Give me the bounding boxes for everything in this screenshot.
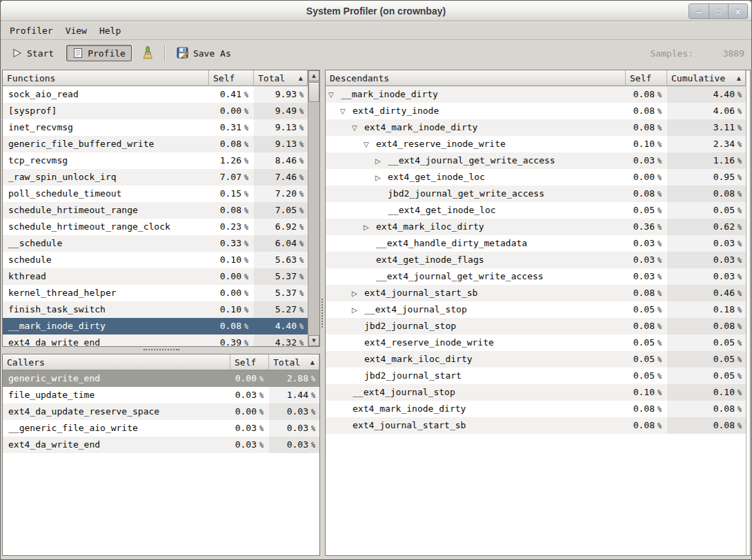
descendant-row[interactable]: ▽ext4_dirty_inode 0.08% 4.06%	[326, 103, 746, 119]
window-title: System Profiler (on crownbay)	[306, 6, 446, 17]
menu-item[interactable]: Help	[93, 23, 127, 38]
function-row[interactable]: schedule_hrtimeout_range_clock 0.23% 6.9…	[3, 219, 308, 235]
profile-label: Profile	[88, 48, 126, 59]
start-button[interactable]: Start	[8, 46, 58, 61]
cumulative-column-header[interactable]: Cumulative▲	[667, 70, 746, 86]
callers-panel: Callers Self Total▲ generic_write_end 0.…	[2, 354, 320, 556]
expander-icon[interactable]: ▽	[340, 103, 353, 119]
function-name: __schedule	[3, 235, 209, 252]
descendant-row[interactable]: ext4_journal_start_sb 0.08% 0.08%	[326, 417, 746, 434]
maximize-button[interactable]: □	[709, 4, 728, 19]
save-as-button[interactable]: Save As	[172, 45, 235, 61]
descendant-row[interactable]: ▽ext4_mark_inode_dirty 0.08% 3.11%	[326, 119, 746, 136]
descendant-self-value: 0.05%	[626, 301, 667, 318]
clear-button[interactable]	[139, 44, 157, 62]
function-row[interactable]: inet_recvmsg 0.31% 9.13%	[3, 119, 308, 136]
total-column-header[interactable]: Total▲	[269, 354, 319, 370]
descendant-row[interactable]: ▷__ext4_journal_get_write_access 0.03% 1…	[326, 152, 746, 169]
profile-toggle-button[interactable]: Profile	[66, 45, 132, 61]
descendant-self-value: 0.08%	[626, 119, 667, 136]
function-row[interactable]: poll_schedule_timeout 0.15% 7.20%	[3, 186, 308, 202]
descendant-row[interactable]: jbd2_journal_stop 0.08% 0.08%	[326, 318, 746, 334]
caller-row[interactable]: file_update_time 0.03% 1.44%	[3, 387, 319, 403]
expander-icon[interactable]: ▷	[364, 219, 376, 235]
caller-row[interactable]: ext4_da_update_reserve_space 0.00% 0.03%	[3, 403, 319, 420]
caller-row[interactable]: ext4_da_write_end 0.03% 0.03%	[3, 437, 319, 453]
self-column-header[interactable]: Self	[230, 354, 269, 370]
descendants-panel: Descendants Self Cumulative▲ ▽__mark_ino…	[325, 70, 751, 556]
function-row[interactable]: __mark_inode_dirty 0.08% 4.40%	[3, 318, 308, 334]
descendant-name-cell: __ext4_get_inode_loc	[326, 202, 626, 219]
caller-name: generic_write_end	[3, 370, 230, 387]
titlebar[interactable]: System Profiler (on crownbay) – □ ×	[1, 1, 751, 21]
vertical-splitter[interactable]	[320, 70, 325, 556]
descendant-row[interactable]: jbd2_journal_start 0.05% 0.05%	[326, 368, 746, 384]
caller-row[interactable]: __generic_file_aio_write 0.03% 0.03%	[3, 420, 319, 437]
descendant-cumulative-value: 2.34%	[667, 136, 746, 152]
descendant-row[interactable]: ext4_reserve_inode_write 0.05% 0.05%	[326, 334, 746, 351]
caller-row[interactable]: generic_write_end 0.00% 2.88%	[3, 370, 319, 387]
function-row[interactable]: finish_task_switch 0.10% 5.27%	[3, 301, 308, 318]
function-row[interactable]: ext4_da_write_end 0.39% 4.32%	[3, 334, 308, 346]
functions-scrollbar[interactable]: ▲ ▼	[308, 70, 319, 346]
function-row[interactable]: schedule_hrtimeout_range 0.08% 7.05%	[3, 202, 308, 219]
save-as-label: Save As	[193, 48, 231, 59]
function-row[interactable]: generic_file_buffered_write 0.08% 9.13%	[3, 136, 308, 152]
descendants-column-header[interactable]: Descendants	[326, 70, 626, 86]
minimize-button[interactable]: –	[689, 4, 709, 19]
descendant-name-cell: ▷__ext4_journal_stop	[326, 301, 626, 318]
expander-icon[interactable]: ▽	[328, 87, 341, 103]
self-column-header[interactable]: Self	[626, 70, 667, 86]
function-row[interactable]: _raw_spin_unlock_irq 7.07% 7.46%	[3, 169, 308, 186]
function-row[interactable]: __schedule 0.33% 6.04%	[3, 235, 308, 252]
close-button[interactable]: ×	[728, 4, 747, 19]
function-row[interactable]: kthread 0.00% 5.37%	[3, 268, 308, 285]
function-row[interactable]: schedule 0.10% 5.63%	[3, 252, 308, 268]
descendant-name: ext4_reserve_inode_write	[376, 139, 506, 149]
descendant-row[interactable]: ext4_get_inode_flags 0.03% 0.03%	[326, 252, 746, 268]
descendant-row[interactable]: ext4_mark_iloc_dirty 0.05% 0.05%	[326, 351, 746, 368]
function-row[interactable]: sock_aio_read 0.41% 9.93%	[3, 86, 308, 103]
menu-item[interactable]: View	[59, 23, 93, 38]
expander-icon[interactable]: ▷	[375, 170, 388, 186]
menu-item[interactable]: Profiler	[3, 23, 59, 38]
descendant-cumulative-value: 4.40%	[667, 86, 746, 103]
descendant-row[interactable]: __ext4_journal_get_write_access 0.03% 0.…	[326, 268, 746, 285]
callers-list: generic_write_end 0.00% 2.88% file_updat…	[3, 370, 319, 555]
total-column-header[interactable]: Total▲	[254, 70, 308, 86]
scroll-up-button[interactable]: ▲	[308, 70, 319, 81]
expander-icon[interactable]: ▽	[352, 120, 364, 136]
descendant-row[interactable]: ▷__ext4_journal_stop 0.05% 0.18%	[326, 301, 746, 318]
descendant-row[interactable]: ext4_mark_inode_dirty 0.08% 0.08%	[326, 401, 746, 417]
sort-ascending-icon: ▲	[293, 75, 303, 81]
descendant-row[interactable]: jbd2_journal_get_write_access 0.08% 0.08…	[326, 186, 746, 202]
scrollbar-thumb[interactable]	[308, 82, 319, 102]
self-column-header[interactable]: Self	[209, 70, 254, 86]
descendant-self-value: 0.08%	[626, 417, 667, 434]
horizontal-splitter[interactable]	[2, 347, 320, 354]
functions-header: Functions Self Total▲	[3, 70, 308, 86]
function-total-value: 8.46%	[254, 152, 308, 169]
expander-icon[interactable]: ▷	[352, 302, 364, 318]
function-row[interactable]: [sysprof] 0.00% 9.49%	[3, 103, 308, 119]
function-self-value: 0.31%	[209, 119, 254, 136]
descendant-row[interactable]: __ext4_handle_dirty_metadata 0.03% 0.03%	[326, 235, 746, 252]
descendant-row[interactable]: ▷ext4_get_inode_loc 0.00% 0.95%	[326, 169, 746, 186]
callers-column-header[interactable]: Callers	[3, 354, 230, 370]
descendant-row[interactable]: ▽ext4_reserve_inode_write 0.10% 2.34%	[326, 136, 746, 152]
expander-icon[interactable]: ▷	[375, 153, 388, 169]
descendant-row[interactable]: __ext4_get_inode_loc 0.05% 0.05%	[326, 202, 746, 219]
descendant-row[interactable]: ▽__mark_inode_dirty 0.08% 4.40%	[326, 86, 746, 103]
function-row[interactable]: tcp_recvmsg 1.26% 8.46%	[3, 152, 308, 169]
descendant-row[interactable]: __ext4_journal_stop 0.10% 0.10%	[326, 384, 746, 401]
function-total-value: 9.13%	[254, 119, 308, 136]
function-row[interactable]: kernel_thread_helper 0.00% 5.37%	[3, 285, 308, 301]
scroll-down-button[interactable]: ▼	[308, 335, 319, 346]
descendant-name: __ext4_get_inode_loc	[388, 205, 496, 215]
descendant-row[interactable]: ▷ext4_mark_iloc_dirty 0.36% 0.62%	[326, 219, 746, 235]
functions-column-header[interactable]: Functions	[3, 70, 209, 86]
function-name: sock_aio_read	[3, 86, 209, 103]
expander-icon[interactable]: ▷	[352, 286, 364, 301]
descendant-row[interactable]: ▷ext4_journal_start_sb 0.08% 0.46%	[326, 285, 746, 301]
expander-icon[interactable]: ▽	[364, 137, 376, 152]
